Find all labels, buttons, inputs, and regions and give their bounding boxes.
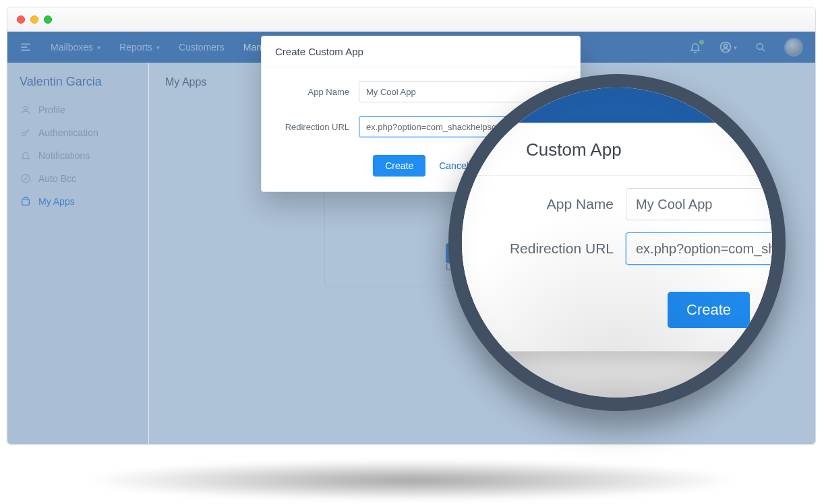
svg-rect-10 (22, 199, 30, 206)
app-logo-icon (20, 41, 32, 53)
search-button[interactable] (755, 41, 767, 53)
window-zoom-button[interactable] (44, 15, 52, 24)
svg-point-8 (22, 132, 26, 135)
magnifier-redirect-input[interactable] (626, 232, 772, 265)
magnifier-redirect-label: Redirection URL (485, 241, 614, 257)
svg-point-4 (724, 44, 728, 47)
sidebar-item-myapps[interactable]: My Apps (7, 190, 148, 213)
user-avatar[interactable] (784, 38, 803, 57)
sidebar-item-autobcc[interactable]: Auto Bcc (7, 167, 148, 190)
sidebar-item-authentication[interactable]: Authentication (7, 121, 148, 144)
svg-line-6 (762, 49, 765, 51)
notification-dot (699, 40, 704, 44)
sidebar-item-profile[interactable]: Profile (7, 98, 148, 121)
window-close-button[interactable] (17, 15, 25, 24)
search-icon (755, 41, 767, 53)
sidebar-item-label: Profile (38, 104, 65, 115)
nav-reports[interactable]: Reports (119, 42, 160, 53)
sidebar-item-label: Auto Bcc (38, 173, 76, 184)
sidebar-item-label: Authentication (38, 127, 98, 138)
window-titlebar (7, 7, 815, 32)
nav-customers-label: Customers (179, 42, 225, 53)
magnifier-create-button[interactable]: Create (668, 292, 750, 328)
magnifier: Custom App App Name Redirection URL Crea… (448, 74, 786, 411)
account-icon (719, 40, 732, 54)
account-menu-button[interactable] (719, 40, 737, 54)
svg-point-9 (22, 175, 30, 183)
window-minimize-button[interactable] (30, 15, 38, 24)
redirect-url-label: Redirection URL (275, 122, 349, 132)
create-button[interactable]: Create (373, 155, 425, 177)
sidebar-item-notifications[interactable]: Notifications (7, 144, 148, 167)
svg-point-7 (24, 106, 27, 110)
apps-icon (20, 196, 32, 207)
sidebar-user-name: Valentin Garcia (7, 75, 148, 98)
bell-outline-icon (20, 150, 32, 161)
mail-icon (20, 173, 32, 184)
app-name-label: App Name (275, 87, 349, 97)
nav-customers[interactable]: Customers (179, 42, 225, 53)
nav-mailboxes-label: Mailboxes (51, 42, 93, 53)
sidebar: Valentin Garcia Profile Authentication N… (7, 63, 149, 444)
key-icon (20, 127, 32, 138)
magnifier-app-name-label: App Name (485, 196, 614, 212)
sidebar-item-label: My Apps (38, 196, 75, 207)
svg-point-5 (757, 43, 763, 49)
notifications-button[interactable] (689, 41, 701, 53)
sidebar-item-label: Notifications (38, 150, 90, 161)
magnifier-app-name-input[interactable] (626, 188, 772, 220)
nav-reports-label: Reports (119, 42, 152, 53)
magnifier-modal-card: Custom App App Name Redirection URL Crea… (462, 123, 772, 352)
modal-title: Create Custom App (262, 36, 580, 67)
stage-shadow (81, 460, 743, 501)
profile-icon (20, 104, 32, 115)
nav-mailboxes[interactable]: Mailboxes (51, 42, 100, 53)
magnifier-glass: Custom App App Name Redirection URL Crea… (462, 88, 772, 398)
